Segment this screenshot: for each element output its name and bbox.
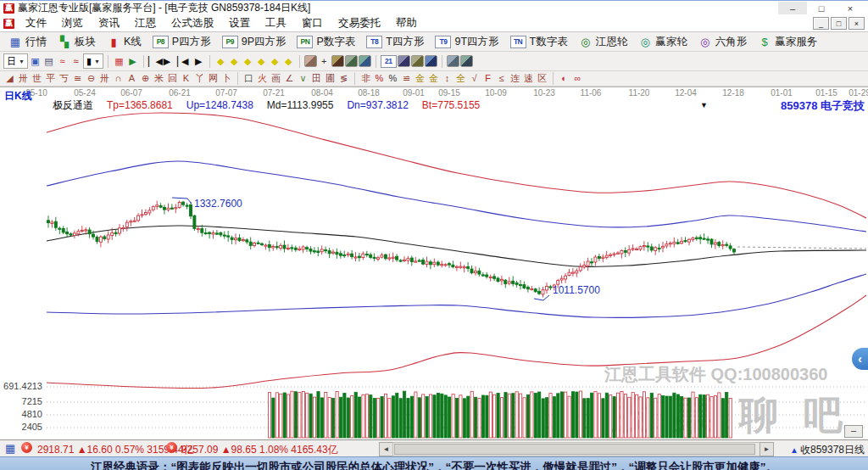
mask-icon[interactable] (345, 55, 358, 67)
menu-item-7[interactable]: 工具 (258, 16, 294, 30)
text-tool[interactable]: A (125, 73, 138, 85)
lte-tool[interactable]: ≤ (495, 73, 508, 85)
scroll-left-button[interactable]: ◄ (379, 442, 393, 456)
marker-diamond-6[interactable]: ◆ (282, 55, 295, 67)
pattern-tool[interactable]: 画 (270, 73, 282, 85)
lasso-icon[interactable] (331, 55, 344, 67)
marker-diamond-5[interactable]: ◆ (269, 55, 281, 67)
flag-icon[interactable]: ▶ (126, 55, 139, 67)
calendar-icon[interactable]: 21 (381, 55, 397, 68)
infinity-indicator-icon[interactable]: ∞ (571, 73, 584, 85)
trend-wave2-icon[interactable]: ≈ (70, 55, 82, 67)
chart-scrollbar[interactable] (392, 442, 760, 456)
equal-ratio-tool[interactable]: ≌ (400, 73, 413, 85)
menu-item-1[interactable]: 文件 (18, 16, 54, 30)
fork-tool[interactable]: 丫 (193, 73, 206, 85)
close-button[interactable]: × (836, 2, 865, 14)
full-span-tool[interactable]: 全 (454, 73, 467, 85)
next-bar-icon[interactable]: ▶ (192, 55, 205, 67)
quote-board-icon[interactable]: ▤ (42, 55, 55, 67)
link-tool[interactable]: 连 (509, 73, 521, 85)
sqrt-tool[interactable]: √ (468, 73, 481, 85)
btn-t-table[interactable]: TNT数字表 (505, 34, 573, 50)
collapse-volume-button[interactable]: – (844, 425, 863, 438)
mdi-close-button[interactable]: × (849, 17, 865, 30)
collapse-panel-button[interactable]: ‹ (852, 348, 868, 370)
prev-bar-icon[interactable]: ◀ (179, 55, 192, 67)
pan-hand-icon[interactable] (304, 55, 317, 67)
k-label-tool[interactable]: K (180, 73, 192, 85)
btn-quotes[interactable]: ▦行情 (3, 34, 52, 50)
pencil-tool[interactable]: ◢ (3, 73, 16, 85)
gann-bars-tool[interactable]: 卅 (17, 73, 30, 85)
market-grid-icon[interactable]: ▦ (5, 442, 15, 455)
period-day-selector[interactable]: 日▼ (3, 53, 28, 69)
mdi-minimize-button[interactable]: _ (813, 17, 829, 30)
box-tool[interactable]: 回 (166, 73, 179, 85)
menu-item-6[interactable]: 设置 (221, 16, 258, 30)
btn-p-square[interactable]: P8P四方形 (147, 34, 216, 50)
computer-icon[interactable] (460, 55, 473, 67)
btn-winner-wheel[interactable]: ◎赢家轮 (633, 34, 693, 50)
calculator-icon[interactable] (398, 55, 410, 67)
last-bar-icon[interactable]: ▶▕ (164, 55, 178, 67)
printer-icon[interactable] (447, 55, 459, 67)
field-grid-tool[interactable]: 田 (310, 73, 323, 85)
gann-flat-tool[interactable]: 平 (44, 73, 57, 85)
gold2-tool[interactable]: 金 (427, 73, 440, 85)
chart-window-icon[interactable]: ▣ (29, 55, 42, 67)
percent-tool[interactable]: % (387, 73, 399, 85)
marker-diamond-3[interactable]: ◆ (242, 55, 254, 67)
net-tool[interactable]: 网 (207, 73, 220, 85)
btn-hexagon[interactable]: ◎六角形 (693, 34, 753, 50)
fib-f-tool[interactable]: F (481, 73, 494, 85)
star-tool[interactable]: 米 (153, 73, 165, 85)
shenzhen-index-icon[interactable]: ¥ (166, 442, 177, 453)
marker-diamond-4[interactable]: ◆ (255, 55, 268, 67)
candle-style-selector[interactable]: ▮▼ (83, 53, 103, 69)
box2-tool[interactable]: 圃 (324, 73, 337, 85)
flame-tool[interactable]: 火 (256, 73, 269, 85)
menu-item-8[interactable]: 窗口 (294, 16, 331, 30)
coin-icon[interactable] (359, 55, 371, 67)
gann-grid-tool[interactable]: 世 (31, 73, 43, 85)
btn-t-square[interactable]: T8T四方形 (361, 34, 429, 50)
save-icon[interactable] (425, 55, 437, 67)
menu-item-9[interactable]: 交易委托 (331, 16, 388, 30)
btn-gann-wheel[interactable]: ◎江恩轮 (574, 34, 633, 50)
circle-cross-tool[interactable]: ⊕ (139, 73, 152, 85)
marker-diamond-1[interactable]: ◆ (214, 55, 227, 67)
notes-icon[interactable] (411, 55, 424, 67)
percent-recall-tool[interactable]: % (373, 73, 386, 85)
rect-tool[interactable]: 口 (242, 73, 255, 85)
btn-9t-square[interactable]: T99T四方形 (430, 34, 504, 50)
angle-tool[interactable]: ∠ (283, 73, 296, 85)
gold-section-tool[interactable]: 金 (414, 73, 426, 85)
updown-tool[interactable]: ↕ (441, 73, 453, 85)
btn-kline[interactable]: ▮K线 (102, 34, 147, 50)
marker-diamond-2[interactable]: ◆ (228, 55, 241, 67)
shanghai-index-icon[interactable]: ¥ (21, 442, 32, 453)
approx-tool[interactable]: ≅ (71, 73, 84, 85)
scrollbar-thumb[interactable] (394, 444, 755, 455)
maximize-button[interactable]: □ (807, 2, 836, 14)
mdi-restore-button[interactable]: □ (831, 17, 847, 30)
btn-9p-square[interactable]: P99P四方形 (217, 34, 292, 50)
divider-tool[interactable]: 卜 (220, 73, 233, 85)
menu-item-4[interactable]: 江恩 (127, 16, 164, 30)
cycle-tool[interactable]: ⊖ (85, 73, 97, 85)
first-bar-icon[interactable]: ▏◀ (148, 55, 163, 67)
zone-tool[interactable]: 区 (536, 73, 548, 85)
menu-item-10[interactable]: 帮助 (388, 16, 425, 30)
menu-item-5[interactable]: 公式选股 (164, 16, 221, 30)
speed-line-tool[interactable]: 速 (522, 73, 535, 85)
select-grid-icon[interactable]: ▦ (113, 55, 125, 67)
menu-item-2[interactable]: 浏览 (54, 16, 91, 30)
btn-winner-service[interactable]: $赢家服务 (753, 34, 822, 50)
compare-tool[interactable]: 非 (359, 73, 372, 85)
crosshair-icon[interactable]: + (318, 55, 331, 67)
scroll-right-button[interactable]: ► (760, 442, 774, 456)
btn-sectors[interactable]: ▚板块 (53, 34, 101, 50)
btn-p-table[interactable]: PNP数字表 (292, 34, 360, 50)
bars2-tool[interactable]: 卅 (98, 73, 111, 85)
